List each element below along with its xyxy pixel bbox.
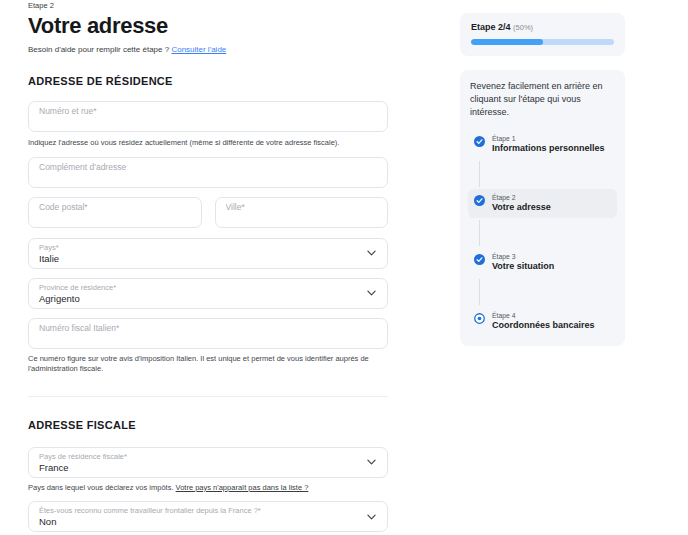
province-select[interactable]: Province de résidence* Agrigento: [28, 278, 388, 309]
progress-label: Etape 2/4 (50%): [471, 22, 614, 33]
progress-card: Etape 2/4 (50%): [460, 13, 625, 56]
help-text: Besoin d'aide pour remplir cette étape ?: [28, 45, 169, 54]
chevron-down-icon: [367, 459, 376, 465]
section-heading-fiscal: ADRESSE FISCALE: [28, 419, 388, 432]
country-select-label: Pays*: [39, 243, 361, 252]
step-indicator: Etape 2: [28, 1, 388, 10]
form-column: Etape 2 Votre adresse Besoin d'aide pour…: [28, 1, 388, 532]
step-label: Votre adresse: [492, 202, 551, 213]
postal-city-row: [28, 197, 388, 228]
street-input[interactable]: [28, 101, 388, 132]
fiscal-country-select-value: France: [39, 462, 361, 474]
step-eyebrow: Étape 4: [492, 312, 595, 320]
fiscal-country-select[interactable]: Pays de résidence fiscale* France: [28, 447, 388, 478]
country-select[interactable]: Pays* Italie: [28, 238, 388, 269]
province-select-value: Agrigento: [39, 293, 361, 305]
progress-bar: [471, 39, 614, 45]
step-texts: Étape 3 Votre situation: [492, 253, 554, 272]
steps-hint: Revenez facilement en arrière en cliquan…: [468, 80, 617, 119]
step-texts: Étape 1 Informations personnelles: [492, 135, 605, 154]
frontier-worker-select-label: Êtes-vous reconnu comme travailleur fron…: [39, 506, 361, 515]
chevron-down-icon: [367, 290, 376, 296]
frontier-worker-select[interactable]: Êtes-vous reconnu comme travailleur fron…: [28, 501, 388, 532]
step-item-informations-personnelles[interactable]: Étape 1 Informations personnelles: [468, 130, 617, 159]
address-complement-input[interactable]: [28, 157, 388, 188]
step-eyebrow: Étape 2: [492, 194, 551, 202]
step-texts: Étape 4 Coordonnées bancaires: [492, 312, 595, 331]
fiscal-country-hint: Pays dans lequel vous déclarez vos impôt…: [28, 483, 388, 494]
progress-sidebar: Etape 2/4 (50%) Revenez facilement en ar…: [460, 13, 625, 346]
progress-step-label: Etape 2/4: [471, 22, 511, 32]
step-eyebrow: Étape 1: [492, 135, 605, 143]
street-hint: Indiquez l'adresse où vous résidez actue…: [28, 138, 388, 149]
address-form-page: Etape 2 Votre adresse Besoin d'aide pour…: [0, 0, 688, 535]
step-connector: [479, 220, 480, 246]
consult-help-link[interactable]: Consulter l'aide: [171, 45, 226, 54]
check-circle-icon: [474, 136, 485, 147]
radio-current-icon: [474, 313, 485, 324]
country-select-value: Italie: [39, 253, 361, 265]
help-line: Besoin d'aide pour remplir cette étape ?…: [28, 45, 388, 55]
section-heading-residence: ADRESSE DE RÉSIDENCE: [28, 75, 388, 88]
page-title: Votre adresse: [28, 14, 388, 38]
chevron-down-icon: [367, 514, 376, 520]
step-label: Coordonnées bancaires: [492, 320, 595, 331]
step-label: Votre situation: [492, 261, 554, 272]
check-circle-icon: [474, 254, 485, 265]
steps-card: Revenez facilement en arrière en cliquan…: [460, 70, 625, 346]
step-connector: [479, 161, 480, 187]
progress-percent-label: (50%): [513, 23, 533, 32]
fiscal-number-input[interactable]: [28, 318, 388, 349]
city-input[interactable]: [215, 197, 389, 228]
fiscal-country-hint-text: Pays dans lequel vous déclarez vos impôt…: [28, 483, 176, 492]
country-not-in-list-link[interactable]: Votre pays n'apparaît pas dans la liste …: [176, 483, 309, 492]
step-texts: Étape 2 Votre adresse: [492, 194, 551, 213]
postal-code-input[interactable]: [28, 197, 202, 228]
check-circle-icon: [474, 195, 485, 206]
step-item-votre-situation[interactable]: Étape 3 Votre situation: [468, 248, 617, 277]
fiscal-number-hint: Ce numéro figure sur votre avis d'imposi…: [28, 354, 388, 375]
step-connector: [479, 279, 480, 305]
step-item-votre-adresse[interactable]: Étape 2 Votre adresse: [468, 189, 617, 218]
steps-list: Étape 1 Informations personnelles Étape …: [468, 130, 617, 336]
section-divider: [28, 396, 388, 397]
chevron-down-icon: [367, 250, 376, 256]
progress-bar-fill: [471, 39, 543, 45]
step-label: Informations personnelles: [492, 143, 605, 154]
frontier-worker-select-value: Non: [39, 516, 361, 528]
step-item-coordonnees-bancaires[interactable]: Étape 4 Coordonnées bancaires: [468, 307, 617, 336]
step-eyebrow: Étape 3: [492, 253, 554, 261]
fiscal-country-select-label: Pays de résidence fiscale*: [39, 452, 361, 461]
province-select-label: Province de résidence*: [39, 283, 361, 292]
